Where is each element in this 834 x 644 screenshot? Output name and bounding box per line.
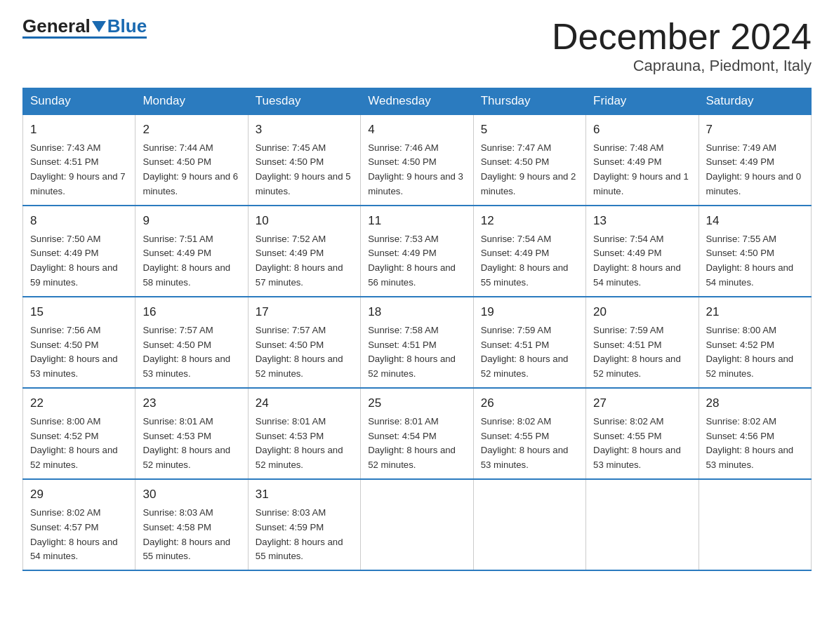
day-info: Sunrise: 8:03 AMSunset: 4:59 PMDaylight:… xyxy=(256,507,343,562)
logo-underline xyxy=(22,36,147,39)
day-info: Sunrise: 7:56 AMSunset: 4:50 PMDaylight:… xyxy=(30,325,118,380)
day-number: 17 xyxy=(256,303,353,321)
day-number: 22 xyxy=(30,394,128,412)
day-number: 3 xyxy=(256,121,353,139)
day-number: 14 xyxy=(706,212,804,230)
table-row: 18Sunrise: 7:58 AMSunset: 4:51 PMDayligh… xyxy=(361,297,473,388)
table-row: 8Sunrise: 7:50 AMSunset: 4:49 PMDaylight… xyxy=(23,206,135,297)
day-number: 18 xyxy=(368,303,465,321)
col-saturday: Saturday xyxy=(699,88,811,115)
day-info: Sunrise: 7:51 AMSunset: 4:49 PMDaylight:… xyxy=(143,234,230,288)
table-row: 11Sunrise: 7:53 AMSunset: 4:49 PMDayligh… xyxy=(361,206,473,297)
table-row: 5Sunrise: 7:47 AMSunset: 4:50 PMDaylight… xyxy=(473,114,585,206)
day-info: Sunrise: 8:01 AMSunset: 4:54 PMDaylight:… xyxy=(368,416,456,471)
table-row xyxy=(699,479,811,570)
table-row: 13Sunrise: 7:54 AMSunset: 4:49 PMDayligh… xyxy=(586,206,699,297)
day-number: 30 xyxy=(143,485,240,504)
day-number: 15 xyxy=(30,303,128,321)
table-row: 24Sunrise: 8:01 AMSunset: 4:53 PMDayligh… xyxy=(248,388,360,479)
table-row: 28Sunrise: 8:02 AMSunset: 4:56 PMDayligh… xyxy=(699,388,811,479)
day-info: Sunrise: 7:59 AMSunset: 4:51 PMDaylight:… xyxy=(593,325,681,380)
table-row: 1Sunrise: 7:43 AMSunset: 4:51 PMDaylight… xyxy=(23,114,135,206)
col-wednesday: Wednesday xyxy=(361,88,473,115)
logo-blue-text: Blue xyxy=(107,17,147,35)
title-area: December 2024 Caprauna, Piedmont, Italy xyxy=(552,17,812,75)
table-row xyxy=(361,479,473,570)
day-info: Sunrise: 7:48 AMSunset: 4:49 PMDaylight:… xyxy=(593,142,689,197)
col-friday: Friday xyxy=(586,88,699,115)
day-info: Sunrise: 8:02 AMSunset: 4:56 PMDaylight:… xyxy=(706,416,794,471)
day-info: Sunrise: 7:49 AMSunset: 4:49 PMDaylight:… xyxy=(706,142,802,197)
day-info: Sunrise: 7:53 AMSunset: 4:49 PMDaylight:… xyxy=(368,234,456,288)
table-row: 14Sunrise: 7:55 AMSunset: 4:50 PMDayligh… xyxy=(699,206,811,297)
col-sunday: Sunday xyxy=(23,88,135,115)
day-number: 29 xyxy=(30,485,128,504)
day-number: 28 xyxy=(706,394,804,412)
day-info: Sunrise: 7:44 AMSunset: 4:50 PMDaylight:… xyxy=(143,142,238,197)
day-info: Sunrise: 8:00 AMSunset: 4:52 PMDaylight:… xyxy=(706,325,794,380)
day-info: Sunrise: 8:01 AMSunset: 4:53 PMDaylight:… xyxy=(256,416,343,471)
day-number: 11 xyxy=(368,212,465,230)
table-row: 22Sunrise: 8:00 AMSunset: 4:52 PMDayligh… xyxy=(23,388,135,479)
table-row: 3Sunrise: 7:45 AMSunset: 4:50 PMDaylight… xyxy=(248,114,360,206)
day-number: 10 xyxy=(256,212,353,230)
table-row: 7Sunrise: 7:49 AMSunset: 4:49 PMDaylight… xyxy=(699,114,811,206)
day-number: 25 xyxy=(368,394,465,412)
day-info: Sunrise: 8:02 AMSunset: 4:57 PMDaylight:… xyxy=(30,507,118,562)
day-number: 12 xyxy=(481,212,578,230)
table-row xyxy=(473,479,585,570)
day-number: 19 xyxy=(481,303,578,321)
calendar-table: Sunday Monday Tuesday Wednesday Thursday… xyxy=(22,88,812,571)
day-number: 27 xyxy=(593,394,691,412)
header: General Blue December 2024 Caprauna, Pie… xyxy=(22,17,812,75)
table-row: 27Sunrise: 8:02 AMSunset: 4:55 PMDayligh… xyxy=(586,388,699,479)
logo: General Blue xyxy=(22,17,147,39)
day-number: 13 xyxy=(593,212,691,230)
day-number: 23 xyxy=(143,394,240,412)
day-number: 7 xyxy=(706,121,804,139)
table-row: 10Sunrise: 7:52 AMSunset: 4:49 PMDayligh… xyxy=(248,206,360,297)
table-row: 19Sunrise: 7:59 AMSunset: 4:51 PMDayligh… xyxy=(473,297,585,388)
calendar-title: December 2024 xyxy=(552,17,812,57)
day-info: Sunrise: 7:52 AMSunset: 4:49 PMDaylight:… xyxy=(256,234,343,288)
day-info: Sunrise: 7:43 AMSunset: 4:51 PMDaylight:… xyxy=(30,142,126,197)
table-row: 29Sunrise: 8:02 AMSunset: 4:57 PMDayligh… xyxy=(23,479,135,570)
col-thursday: Thursday xyxy=(473,88,585,115)
day-number: 1 xyxy=(30,121,128,139)
day-number: 5 xyxy=(481,121,578,139)
day-info: Sunrise: 8:02 AMSunset: 4:55 PMDaylight:… xyxy=(481,416,569,471)
day-info: Sunrise: 8:02 AMSunset: 4:55 PMDaylight:… xyxy=(593,416,681,471)
table-row: 26Sunrise: 8:02 AMSunset: 4:55 PMDayligh… xyxy=(473,388,585,479)
day-info: Sunrise: 7:58 AMSunset: 4:51 PMDaylight:… xyxy=(368,325,456,380)
day-number: 8 xyxy=(30,212,128,230)
day-number: 2 xyxy=(143,121,240,139)
logo-general-text: General xyxy=(22,17,91,35)
day-number: 16 xyxy=(143,303,240,321)
day-number: 24 xyxy=(256,394,353,412)
table-row: 20Sunrise: 7:59 AMSunset: 4:51 PMDayligh… xyxy=(586,297,699,388)
day-info: Sunrise: 7:57 AMSunset: 4:50 PMDaylight:… xyxy=(256,325,343,380)
table-row: 23Sunrise: 8:01 AMSunset: 4:53 PMDayligh… xyxy=(135,388,248,479)
table-row: 17Sunrise: 7:57 AMSunset: 4:50 PMDayligh… xyxy=(248,297,360,388)
day-number: 6 xyxy=(593,121,691,139)
table-row: 15Sunrise: 7:56 AMSunset: 4:50 PMDayligh… xyxy=(23,297,135,388)
table-row: 21Sunrise: 8:00 AMSunset: 4:52 PMDayligh… xyxy=(699,297,811,388)
day-info: Sunrise: 8:03 AMSunset: 4:58 PMDaylight:… xyxy=(143,507,230,562)
table-row: 4Sunrise: 7:46 AMSunset: 4:50 PMDaylight… xyxy=(361,114,473,206)
day-number: 20 xyxy=(593,303,691,321)
logo-triangle-icon xyxy=(92,21,106,32)
col-monday: Monday xyxy=(135,88,248,115)
day-number: 4 xyxy=(368,121,465,139)
table-row: 25Sunrise: 8:01 AMSunset: 4:54 PMDayligh… xyxy=(361,388,473,479)
day-info: Sunrise: 7:55 AMSunset: 4:50 PMDaylight:… xyxy=(706,234,794,288)
calendar-subtitle: Caprauna, Piedmont, Italy xyxy=(552,57,812,75)
table-row: 9Sunrise: 7:51 AMSunset: 4:49 PMDaylight… xyxy=(135,206,248,297)
table-row: 12Sunrise: 7:54 AMSunset: 4:49 PMDayligh… xyxy=(473,206,585,297)
day-info: Sunrise: 7:59 AMSunset: 4:51 PMDaylight:… xyxy=(481,325,569,380)
day-info: Sunrise: 7:46 AMSunset: 4:50 PMDaylight:… xyxy=(368,142,463,197)
day-info: Sunrise: 7:47 AMSunset: 4:50 PMDaylight:… xyxy=(481,142,576,197)
table-row xyxy=(586,479,699,570)
day-info: Sunrise: 7:54 AMSunset: 4:49 PMDaylight:… xyxy=(593,234,681,288)
day-info: Sunrise: 8:01 AMSunset: 4:53 PMDaylight:… xyxy=(143,416,230,471)
day-number: 26 xyxy=(481,394,578,412)
